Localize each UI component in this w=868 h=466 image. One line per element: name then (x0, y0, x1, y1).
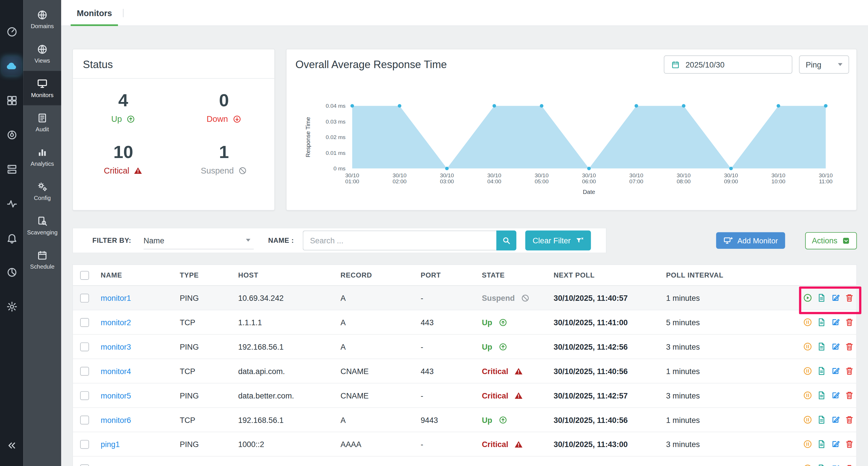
trash-icon[interactable] (845, 415, 854, 425)
edit-pencil-icon[interactable] (831, 293, 840, 302)
pie-chart-icon[interactable] (0, 255, 23, 289)
column-header-port[interactable]: PORT (416, 271, 477, 279)
monitor-host: data.api.com. (234, 367, 336, 376)
stat-suspend: 1 Suspend (174, 143, 274, 175)
select-all-checkbox[interactable] (80, 271, 89, 280)
row-checkbox[interactable] (80, 464, 89, 466)
sidebar-item-views[interactable]: Views (23, 36, 61, 71)
monitors-table-body: monitor1 PING 10.69.34.242 A - Suspend 3… (73, 286, 856, 466)
trash-icon[interactable] (845, 317, 854, 327)
monitor-host: data.better.com. (234, 391, 336, 400)
row-checkbox[interactable] (80, 293, 89, 302)
sidebar-item-audit[interactable]: Audit (23, 105, 61, 140)
document-icon[interactable] (817, 464, 826, 466)
calendar-icon (671, 60, 680, 69)
sidebar-item-analytics[interactable]: Analytics (23, 140, 61, 174)
suspend-monitor-button[interactable] (803, 439, 812, 449)
column-header-name[interactable]: NAME (96, 271, 175, 279)
row-checkbox[interactable] (80, 415, 89, 424)
edit-pencil-icon[interactable] (831, 415, 840, 425)
document-icon[interactable] (817, 415, 826, 425)
dns-app-logo-icon[interactable] (2, 57, 21, 76)
trash-icon[interactable] (845, 391, 854, 400)
svg-text:30/10: 30/10 (677, 172, 691, 178)
search-input[interactable] (303, 230, 497, 250)
monitor-name-link[interactable]: monitor6 (101, 415, 131, 424)
suspend-monitor-button[interactable] (803, 317, 812, 327)
monitor-name-link[interactable]: monitor2 (101, 318, 131, 327)
trash-icon[interactable] (845, 366, 854, 376)
column-header-next-poll[interactable]: NEXT POLL (549, 271, 662, 279)
sidebar-item-config[interactable]: Config (23, 174, 61, 209)
edit-pencil-icon[interactable] (831, 366, 840, 376)
edit-pencil-icon[interactable] (831, 464, 840, 466)
row-checkbox[interactable] (80, 391, 89, 400)
monitor-state-label: Up (482, 318, 492, 327)
monitor-state-label: Suspend (482, 293, 515, 302)
column-header-type[interactable]: TYPE (175, 271, 234, 279)
document-icon[interactable] (817, 391, 826, 400)
gauge-icon[interactable] (0, 14, 23, 49)
trash-icon[interactable] (845, 464, 854, 466)
filter-by-select[interactable]: Name (144, 232, 254, 249)
edit-pencil-icon[interactable] (831, 391, 840, 400)
clear-filter-button[interactable]: Clear Filter (525, 230, 591, 250)
edit-pencil-icon[interactable] (831, 342, 840, 351)
trash-icon[interactable] (845, 293, 854, 302)
monitor-state: Up (477, 415, 549, 424)
column-header-host[interactable]: HOST (234, 271, 336, 279)
row-checkbox[interactable] (80, 440, 89, 448)
document-icon[interactable] (817, 293, 826, 302)
suspend-monitor-button[interactable] (803, 342, 812, 351)
monitor-name-link[interactable]: monitor4 (101, 367, 131, 376)
tab-monitors[interactable]: Monitors (71, 0, 118, 26)
monitor-host: 192.168.56.1 (234, 415, 336, 424)
actions-button[interactable]: Actions (805, 232, 857, 249)
monitor-name-link[interactable]: ping1 (101, 440, 120, 448)
monitor-icon (37, 78, 48, 89)
server-stack-icon[interactable] (0, 152, 23, 186)
add-monitor-button[interactable]: Add Monitor (716, 232, 785, 249)
resume-monitor-button[interactable] (803, 293, 812, 302)
row-checkbox[interactable] (80, 367, 89, 376)
activity-pulse-icon[interactable] (0, 186, 23, 221)
modules-grid-icon[interactable] (0, 83, 23, 117)
row-checkbox[interactable] (80, 318, 89, 327)
trash-icon[interactable] (845, 439, 854, 449)
suspend-monitor-button[interactable] (803, 464, 812, 466)
column-header-record[interactable]: RECORD (336, 271, 416, 279)
search-button[interactable] (496, 230, 516, 250)
trash-icon[interactable] (845, 342, 854, 351)
column-header-poll-interval[interactable]: POLL INTERVAL (662, 271, 780, 279)
column-header-state[interactable]: STATE (477, 271, 549, 279)
monitor-name-link[interactable]: monitor1 (101, 293, 131, 302)
edit-pencil-icon[interactable] (831, 439, 840, 449)
sidebar-item-scavenging[interactable]: Scavenging (23, 208, 61, 243)
metric-select[interactable]: Ping (799, 55, 849, 74)
monitor-record: CNAME (336, 391, 416, 400)
stat-down-label: Down (207, 114, 228, 124)
svg-text:30/10: 30/10 (818, 172, 832, 178)
date-value: 2025/10/30 (685, 60, 724, 69)
bell-icon[interactable] (0, 221, 23, 255)
chevrons-left-icon[interactable] (0, 438, 23, 453)
edit-pencil-icon[interactable] (831, 317, 840, 327)
gear-icon[interactable] (0, 289, 23, 324)
document-icon[interactable] (817, 342, 826, 351)
monitor-name-link[interactable]: monitor5 (101, 391, 131, 400)
date-picker[interactable]: 2025/10/30 (664, 55, 793, 74)
monitor-name-link[interactable]: monitor3 (101, 342, 131, 351)
suspend-monitor-button[interactable] (803, 366, 812, 376)
document-icon[interactable] (817, 366, 826, 376)
document-icon[interactable] (817, 439, 826, 449)
sidebar-item-schedule[interactable]: Schedule (23, 243, 61, 277)
suspend-monitor-button[interactable] (803, 391, 812, 400)
sidebar-item-monitors[interactable]: Monitors (23, 71, 61, 106)
suspend-monitor-button[interactable] (803, 415, 812, 425)
doughnut-chart-icon[interactable] (0, 117, 23, 152)
monitor-next-poll: 30/10/2025, 11:40:57 (549, 293, 662, 302)
document-icon[interactable] (817, 317, 826, 327)
row-actions (780, 366, 857, 376)
sidebar-item-domains[interactable]: Domains (23, 2, 61, 37)
row-checkbox[interactable] (80, 342, 89, 351)
